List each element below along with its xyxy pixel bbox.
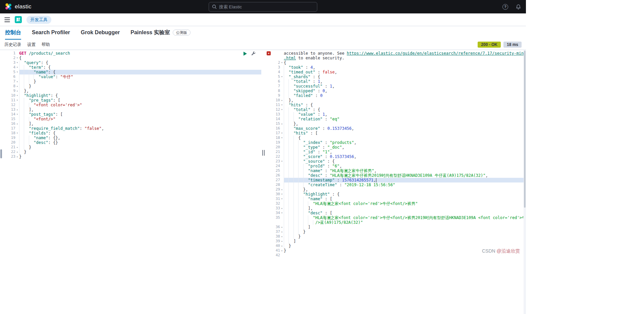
editor-line[interactable]: 1GET /products/_search: [3, 51, 261, 56]
history-button[interactable]: 历史记录: [4, 42, 21, 48]
fold-toggle-icon[interactable]: ▴: [15, 145, 19, 150]
fold-toggle-icon[interactable]: ▾: [15, 131, 19, 136]
output-line[interactable]: 30▾"highlight" : {: [266, 192, 526, 197]
fold-toggle-icon[interactable]: ▴: [15, 107, 19, 112]
editor-line[interactable]: 14▾"post_tags": [: [3, 112, 261, 117]
fold-toggle-icon[interactable]: ▴: [15, 89, 19, 93]
fold-toggle-icon[interactable]: ▴: [280, 121, 284, 126]
output-line[interactable]: />蓝(A9)175/82A(32)": [266, 220, 526, 225]
output-line[interactable]: 40▴}: [266, 244, 526, 248]
output-line[interactable]: ×accessible to anyone. See https://www.e…: [266, 51, 526, 56]
fold-toggle-icon[interactable]: ▾: [280, 159, 284, 164]
editor-line[interactable]: 2▾{: [3, 56, 261, 60]
output-line[interactable]: 12▾"total" : {: [266, 107, 526, 112]
output-line[interactable]: 22"_score" : 0.15373456,: [266, 154, 526, 159]
settings-button[interactable]: 设置: [27, 42, 36, 48]
fold-toggle-icon[interactable]: ▴: [15, 150, 19, 154]
output-line[interactable]: 10▴},: [266, 98, 526, 103]
warning-link[interactable]: .html: [284, 56, 296, 60]
wrench-icon[interactable]: [251, 51, 256, 56]
editor-line[interactable]: 4▾"term": {: [3, 65, 261, 70]
fold-toggle-icon[interactable]: ▾: [280, 197, 284, 201]
menu-icon[interactable]: [4, 17, 10, 22]
output-line[interactable]: 2▾{: [266, 60, 526, 65]
fold-toggle-icon[interactable]: ▾: [280, 211, 284, 215]
output-line[interactable]: 39▴]: [266, 239, 526, 244]
output-line[interactable]: 14"relation" : "eq": [266, 117, 526, 121]
elastic-logo[interactable]: elastic: [0, 3, 36, 10]
editor-line[interactable]: 5▾"name": {: [3, 70, 261, 74]
editor-line[interactable]: 19"name": {},: [3, 136, 261, 140]
send-request-icon[interactable]: [244, 52, 247, 56]
output-line[interactable]: 23▾"_source" : {: [266, 159, 526, 164]
editor-line[interactable]: 16▴],: [3, 121, 261, 126]
output-line[interactable]: 4"timed_out" : false,: [266, 70, 526, 74]
output-line[interactable]: 32"HLA海澜之家<font color='red'>牛仔<font/>裤男": [266, 201, 526, 206]
output-line[interactable]: 35"HLA海澜之家<font color='red'>牛仔<font/>裤男2…: [266, 215, 526, 220]
output-line[interactable]: 38▴}: [266, 234, 526, 239]
fold-toggle-icon[interactable]: ▾: [15, 112, 19, 117]
fold-toggle-icon[interactable]: ▾: [280, 131, 284, 136]
output-line[interactable]: 5▾"_shards" : {: [266, 74, 526, 79]
editor-line[interactable]: 8▴}: [3, 84, 261, 89]
warning-link[interactable]: https://www.elastic.co/guide/en/elastics…: [347, 51, 526, 56]
output-line[interactable]: 28"createTime" : "2019-12-18 15:56:56": [266, 182, 526, 187]
help-icon[interactable]: ?: [502, 4, 508, 10]
fold-toggle-icon[interactable]: ▴: [15, 84, 19, 89]
fold-toggle-icon[interactable]: ▾: [280, 136, 284, 140]
output-line[interactable]: 11▾"hits" : {: [266, 103, 526, 107]
fold-toggle-icon[interactable]: ▾: [280, 103, 284, 107]
editor-line[interactable]: 17"require_field_match": "false",: [3, 126, 261, 131]
editor-line[interactable]: 22▴}: [3, 150, 261, 154]
fold-toggle-icon[interactable]: ▾: [15, 56, 19, 60]
fold-toggle-icon[interactable]: ▾: [15, 65, 19, 70]
output-line[interactable]: 27"timestamp" : 1576314265571,: [266, 178, 526, 182]
fold-toggle-icon[interactable]: ▾: [280, 107, 284, 112]
output-line[interactable]: .html to enable security.: [266, 56, 526, 60]
fold-toggle-icon[interactable]: ▾: [15, 70, 19, 74]
output-line[interactable]: 33▴],: [266, 206, 526, 211]
output-line[interactable]: 21"_id" : "1",: [266, 150, 526, 154]
fold-toggle-icon[interactable]: ▴: [280, 206, 284, 211]
fold-toggle-icon[interactable]: ▾: [15, 93, 19, 98]
output-line[interactable]: 6"total" : 1,: [266, 79, 526, 84]
fold-toggle-icon[interactable]: ▴: [280, 225, 284, 229]
editor-line[interactable]: 15"<font/>": [3, 117, 261, 121]
output-line[interactable]: 8"skipped" : 0,: [266, 89, 526, 93]
output-line[interactable]: 31▾"name" : [: [266, 197, 526, 201]
pane-splitter[interactable]: [261, 50, 266, 314]
editor-line[interactable]: 11▾"pre_tags": [: [3, 98, 261, 103]
output-line[interactable]: 24"proId" : "6",: [266, 164, 526, 168]
editor-line[interactable]: 6"value": "牛仔": [3, 74, 261, 79]
output-line[interactable]: 16"max_score" : 0.15373456,: [266, 126, 526, 131]
fold-toggle-icon[interactable]: ▴: [280, 244, 284, 248]
fold-toggle-icon[interactable]: ▾: [15, 60, 19, 65]
editor-line[interactable]: 21▴}: [3, 145, 261, 150]
help-button[interactable]: 帮助: [42, 42, 50, 48]
fold-toggle-icon[interactable]: ▴: [280, 187, 284, 192]
fold-toggle-icon[interactable]: ▴: [15, 154, 19, 159]
notifications-icon[interactable]: [516, 4, 521, 10]
fold-toggle-icon[interactable]: ▴: [15, 79, 19, 84]
output-line[interactable]: 15▴},: [266, 121, 526, 126]
left-resize-handle[interactable]: [0, 149, 2, 158]
editor-line[interactable]: 12"<font color='red'>": [3, 103, 261, 107]
fold-toggle-icon[interactable]: ▾: [280, 192, 284, 197]
editor-line[interactable]: 7▴}: [3, 79, 261, 84]
output-line[interactable]: 20"_type" : "_doc",: [266, 145, 526, 150]
output-line[interactable]: 19"_index" : "products",: [266, 140, 526, 145]
fold-toggle-icon[interactable]: ▴: [280, 239, 284, 244]
splitter-grip-icon[interactable]: [262, 150, 265, 156]
request-editor[interactable]: 1GET /products/_search2▾{3▾"query": {4▾"…: [3, 50, 261, 314]
tab-search-profiler[interactable]: Search Profiler: [32, 26, 70, 40]
editor-line[interactable]: 13▴],: [3, 107, 261, 112]
tab-painless-lab[interactable]: Painless 实验室 公测版: [130, 26, 190, 40]
space-avatar[interactable]: 默: [15, 16, 22, 23]
output-line[interactable]: 13"value" : 1,: [266, 112, 526, 117]
output-line[interactable]: 36▴]: [266, 225, 526, 229]
output-line[interactable]: 25"name" : "HLA海澜之家牛仔裤男",: [266, 168, 526, 173]
output-line[interactable]: 18▾{: [266, 136, 526, 140]
output-line[interactable]: 34▾"desc" : [: [266, 211, 526, 215]
fold-toggle-icon[interactable]: ▴: [280, 234, 284, 239]
output-line[interactable]: 29▴},: [266, 187, 526, 192]
